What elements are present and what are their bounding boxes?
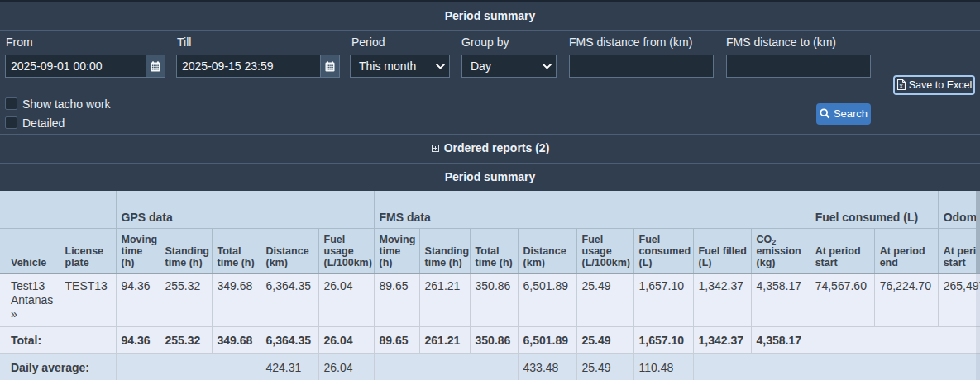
svg-text:x: x	[899, 82, 903, 90]
